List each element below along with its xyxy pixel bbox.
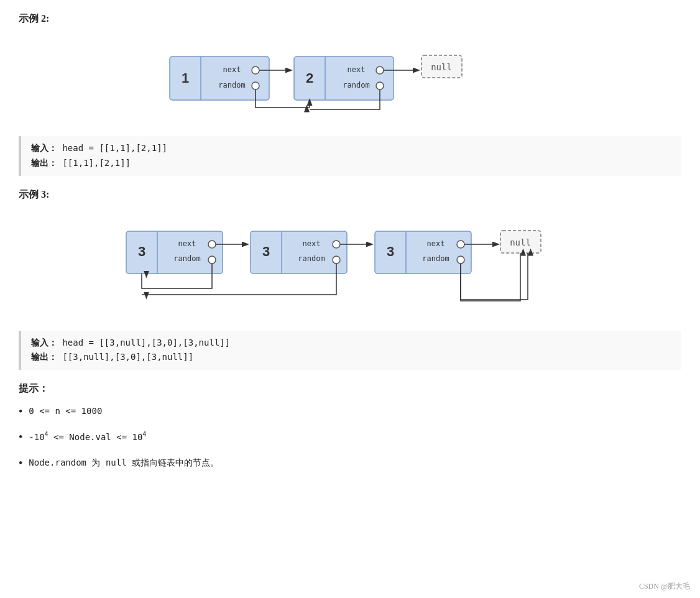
svg-text:3: 3 — [262, 244, 270, 259]
svg-text:random: random — [298, 254, 325, 263]
diagram3: 3 next random 3 next random 3 next rando… — [19, 214, 681, 313]
example3-code: 输入： head = [[3,null],[3,0],[3,null]] 输出：… — [19, 331, 681, 370]
example3-section: 示例 3: 3 next random — [19, 188, 681, 370]
svg-text:next: next — [303, 239, 321, 248]
hint-text-2: -104 <= Node.val <= 104 — [29, 430, 146, 444]
svg-point-6 — [252, 82, 259, 90]
diagram2: 1 next random 2 next random null — [19, 38, 681, 119]
svg-point-39 — [457, 241, 464, 248]
example3-output-value: [[3,null],[3,0],[3,null]] — [62, 352, 193, 362]
svg-text:next: next — [427, 239, 445, 248]
hint-text-1: 0 <= n <= 1000 — [29, 404, 102, 418]
example2-section: 示例 2: 1 next random 2 next random — [19, 12, 681, 176]
svg-text:random: random — [173, 254, 200, 263]
hint-text-3: Node.random 为 null 或指向链表中的节点。 — [29, 456, 219, 469]
svg-text:random: random — [343, 81, 369, 90]
hint-bullet-1: • — [19, 404, 22, 420]
svg-text:null: null — [510, 237, 531, 247]
example2-title: 示例 2: — [19, 12, 681, 25]
hint-bullet-3: • — [19, 456, 22, 471]
example2-output-label: 输出： — [31, 158, 57, 168]
example3-title: 示例 3: — [19, 188, 681, 201]
svg-point-32 — [333, 256, 340, 264]
example3-input-value: head = [[3,null],[3,0],[3,null]] — [62, 338, 230, 347]
svg-text:1: 1 — [182, 70, 189, 86]
example2-input-label: 输入： — [31, 143, 57, 153]
svg-text:next: next — [178, 239, 196, 248]
example2-code: 输入： head = [[1,1],[2,1]] 输出： [[1,1],[2,1… — [19, 136, 681, 176]
hint-bullet-2: • — [19, 430, 22, 445]
svg-text:2: 2 — [306, 70, 313, 86]
diagram3-svg: 3 next random 3 next random 3 next rando… — [114, 214, 586, 313]
example2-input-value: head = [[1,1],[2,1]] — [62, 143, 167, 153]
svg-text:next: next — [348, 65, 366, 74]
svg-point-14 — [376, 82, 384, 90]
example3-input-label: 输入： — [31, 338, 57, 347]
hint-item-1: • 0 <= n <= 1000 — [19, 404, 681, 420]
example3-output-label: 输出： — [31, 352, 57, 362]
svg-text:3: 3 — [138, 244, 145, 259]
svg-text:random: random — [218, 81, 245, 90]
svg-point-40 — [457, 256, 464, 264]
watermark: CSDN @肥大毛 — [639, 581, 690, 592]
hints-title: 提示： — [19, 382, 681, 395]
svg-text:random: random — [422, 254, 449, 263]
svg-point-31 — [333, 241, 340, 248]
hint-item-3: • Node.random 为 null 或指向链表中的节点。 — [19, 456, 681, 471]
svg-text:next: next — [223, 65, 241, 74]
svg-point-5 — [252, 67, 259, 74]
svg-point-13 — [376, 67, 384, 74]
example2-output-value: [[1,1],[2,1]] — [62, 158, 131, 168]
svg-text:null: null — [431, 62, 452, 72]
svg-point-23 — [208, 241, 216, 248]
svg-point-24 — [208, 256, 216, 264]
svg-text:3: 3 — [387, 244, 394, 259]
hints-section: 提示： • 0 <= n <= 1000 • -104 <= Node.val … — [19, 382, 681, 471]
hint-item-2: • -104 <= Node.val <= 104 — [19, 430, 681, 445]
diagram2-svg: 1 next random 2 next random null — [151, 38, 549, 119]
